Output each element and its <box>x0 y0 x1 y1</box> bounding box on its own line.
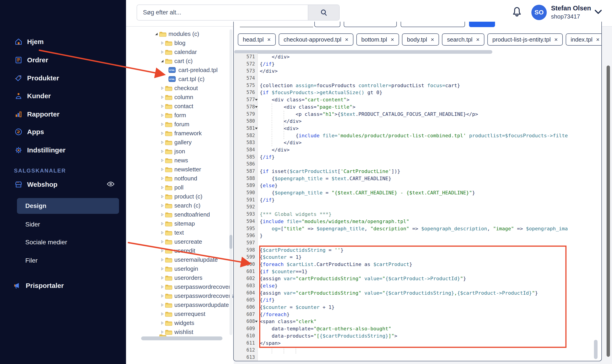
collapsed-icon[interactable] <box>160 321 164 326</box>
sidebar-item-design[interactable]: Design <box>25 198 46 214</box>
tree-scrollbar[interactable] <box>229 235 232 249</box>
code-line-602[interactable]: 602{assign var="cartProductidsString" va… <box>234 275 601 282</box>
collapsed-icon[interactable] <box>160 41 164 46</box>
code-line-590[interactable]: 590 {$opengraph_title = "{$text.CART_HEA… <box>234 189 601 196</box>
collapsed-icon[interactable] <box>160 50 164 55</box>
sidebar-item-ordrer[interactable]: Ordrer <box>14 55 48 65</box>
code-line-601[interactable]: 601{if $counter==1} <box>234 268 601 275</box>
close-icon[interactable]: × <box>596 36 599 43</box>
collapsed-icon[interactable] <box>160 131 164 136</box>
collapsed-icon[interactable] <box>160 285 164 290</box>
code-line-585[interactable]: 585{/if} <box>234 154 601 161</box>
collapsed-icon[interactable] <box>160 113 164 118</box>
collapsed-icon[interactable] <box>160 95 164 100</box>
sidebar-item-filer[interactable]: Filer <box>25 256 38 265</box>
tab-checkout-approved-tpl[interactable]: checkout-approved.tpl× <box>279 33 353 46</box>
code-line-576[interactable]: 576{if $focusProducts->getActualSize() g… <box>234 89 601 96</box>
close-icon[interactable]: × <box>267 36 271 43</box>
close-icon[interactable]: × <box>431 36 434 43</box>
collapsed-icon[interactable] <box>160 222 164 226</box>
search-button[interactable] <box>308 5 339 20</box>
code-line-595[interactable]: 595 og=["title" => $opengraph_title, "de… <box>234 225 601 232</box>
sidebar-item-kunder[interactable]: Kunder <box>14 91 51 101</box>
code-line-600[interactable]: 600{foreach $cartList.CartProductLine as… <box>234 261 601 268</box>
code-line-575[interactable]: 575{collection assign=focusProducts cont… <box>234 82 601 89</box>
collapsed-icon[interactable] <box>160 294 164 299</box>
sidebar-item-prisportaler[interactable]: Prisportaler <box>13 281 64 290</box>
expanded-icon[interactable] <box>155 32 158 37</box>
code-line-597[interactable]: 597 <box>234 239 601 247</box>
code-line-583[interactable]: 583 </div> <box>234 139 601 146</box>
collapsed-icon[interactable] <box>160 312 164 317</box>
code-line-578[interactable]: 578 <div class="page-title"> <box>234 104 601 111</box>
toolbar-button-partial[interactable] <box>344 22 397 27</box>
code-line-579[interactable]: 579 <p class="h1">{$text.PRODUCT_CATALOG… <box>234 111 601 118</box>
collapsed-icon[interactable] <box>160 267 164 272</box>
sidebar-item-apps[interactable]: Apps <box>14 127 44 136</box>
code-line-580[interactable]: 580 </div> <box>234 118 601 125</box>
code-line-584[interactable]: 584 </div> <box>234 146 601 154</box>
collapsed-icon[interactable] <box>160 240 164 245</box>
tab-index-tpl[interactable]: index.tpl× <box>566 33 602 46</box>
chevron-down-icon[interactable] <box>594 9 602 16</box>
code-line-611[interactable]: 611</span> <box>234 340 601 347</box>
code-editor[interactable]: 571 </div>572{/if}573</div>574575{collec… <box>234 53 601 361</box>
collapsed-icon[interactable] <box>160 104 164 109</box>
toolbar-button-partial[interactable] <box>314 22 340 27</box>
code-line-594[interactable]: 594{include file="modules/widgets/meta/o… <box>234 218 601 225</box>
code-line-609[interactable]: 609 data-template="@cart-others-also-bou… <box>234 325 601 332</box>
code-line-582[interactable]: 582 {include file='modules/product/produ… <box>234 132 601 139</box>
collapsed-icon[interactable] <box>160 276 164 281</box>
avatar[interactable]: SO <box>531 5 547 20</box>
sidebar-item-produkter[interactable]: Produkter <box>14 74 59 83</box>
sidebar-item-webshop[interactable]: Webshop <box>14 180 57 189</box>
code-line-572[interactable]: 572{/if} <box>234 61 601 68</box>
sidebar-item-sociale-medier[interactable]: Sociale medier <box>25 238 67 247</box>
code-line-613[interactable]: 613 <box>234 354 601 361</box>
code-line-605[interactable]: 605{/if} <box>234 297 601 304</box>
close-icon[interactable]: × <box>345 36 349 43</box>
tree-horizontal-scrollbar[interactable] <box>141 337 222 340</box>
code-line-606[interactable]: 606{$counter = $counter + 1} <box>234 304 601 311</box>
code-line-573[interactable]: 573</div> <box>234 67 601 75</box>
code-line-603[interactable]: 603{else} <box>234 282 601 289</box>
code-line-612[interactable]: 612 <box>234 347 601 354</box>
tab-search-tpl[interactable]: search.tpl× <box>442 33 484 46</box>
page-scrollbar[interactable] <box>607 65 610 357</box>
code-line-599[interactable]: 599{$counter = 1} <box>234 254 601 261</box>
sidebar-item-sider[interactable]: Sider <box>25 220 40 229</box>
collapsed-icon[interactable] <box>160 303 164 308</box>
code-line-598[interactable]: 598{$cartProductidsString = ''} <box>234 247 601 254</box>
code-line-586[interactable]: 586 <box>234 161 601 168</box>
bell-icon[interactable] <box>511 5 523 18</box>
code-line-571[interactable]: 571 </div> <box>234 53 601 61</box>
collapsed-icon[interactable] <box>160 86 164 91</box>
close-icon[interactable]: × <box>391 36 394 43</box>
collapsed-icon[interactable] <box>160 231 164 235</box>
collapsed-icon[interactable] <box>160 141 164 145</box>
code-line-593[interactable]: 593{*** Global widgets ***} <box>234 211 601 218</box>
code-line-607[interactable]: 607{/foreach} <box>234 311 601 318</box>
expanded-icon[interactable] <box>160 59 164 64</box>
collapsed-icon[interactable] <box>160 186 164 190</box>
tab-product-list-js-entity-tpl[interactable]: product-list-js-entity.tpl× <box>487 33 562 46</box>
code-line-577[interactable]: 577 <div class="cart-content"> <box>234 96 601 104</box>
code-line-589[interactable]: 589{else} <box>234 182 601 189</box>
code-line-587[interactable]: 587{if isset($cartProductList['CartProdu… <box>234 168 601 175</box>
collapsed-icon[interactable] <box>160 149 164 154</box>
toolbar-primary-button-partial[interactable] <box>469 22 495 27</box>
code-line-588[interactable]: 588 {$opengraph_title = $text.CART_HEADL… <box>234 175 601 182</box>
collapsed-icon[interactable] <box>160 122 164 127</box>
code-line-610[interactable]: 610 data-products="[{$cartProductidsStri… <box>234 332 601 340</box>
sidebar-item-rapporter[interactable]: Rapporter <box>14 110 59 119</box>
code-line-581[interactable]: 581 <div> <box>234 125 601 132</box>
search-input[interactable] <box>137 5 308 20</box>
collapsed-icon[interactable] <box>160 258 164 263</box>
toolbar-button-partial[interactable] <box>401 22 465 27</box>
collapsed-icon[interactable] <box>160 204 164 208</box>
collapsed-icon[interactable] <box>160 177 164 181</box>
code-line-604[interactable]: 604{assign var="cartProductidsString" va… <box>234 289 601 297</box>
code-line-608[interactable]: 608<span class="clerk" <box>234 318 601 325</box>
sidebar-item-hjem[interactable]: Hjem <box>14 37 44 46</box>
code-line-574[interactable]: 574 <box>234 75 601 82</box>
